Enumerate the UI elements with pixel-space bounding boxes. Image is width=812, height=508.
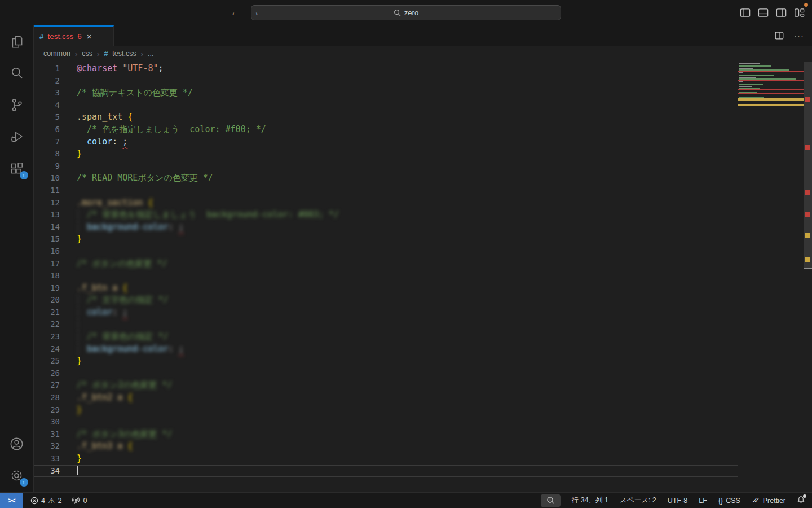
title-bar: ← → zero — [0, 0, 812, 25]
code-token — [117, 63, 122, 73]
nav-forward-icon[interactable]: → — [249, 6, 260, 19]
code-line-8[interactable]: 8} — [34, 148, 738, 160]
code-line-12[interactable]: 12.more_section { — [34, 197, 738, 209]
indent-guide — [78, 209, 78, 221]
problems-indicator[interactable]: 4 ⚠ 2 — [30, 496, 61, 505]
code-editor[interactable]: 1@charset "UTF-8";23/* 協調テキストの色変更 */45.s… — [34, 62, 812, 492]
code-line-4[interactable]: 4 — [34, 99, 738, 112]
explorer-icon[interactable] — [8, 33, 26, 51]
code-line-9[interactable]: 9 — [34, 160, 738, 173]
code-token: background-color — [87, 344, 169, 354]
scrollbar-slider[interactable] — [804, 62, 812, 269]
more-actions-icon[interactable]: ··· — [794, 31, 804, 41]
indentation[interactable]: スペース: 2 — [620, 496, 656, 505]
line-content — [77, 185, 738, 197]
code-line-13[interactable]: 13 /* 背景色を指定しましょう background-color: #003… — [34, 209, 738, 221]
tab-title: test.css — [48, 32, 74, 41]
notifications-bell[interactable] — [797, 496, 805, 506]
scrollbar[interactable] — [804, 62, 812, 492]
code-line-31[interactable]: 31/* ボタン3の色変更 */ — [34, 428, 738, 441]
code-line-3[interactable]: 3/* 協調テキストの色変更 */ — [34, 87, 738, 99]
line-number: 23 — [34, 331, 60, 343]
source-control-icon[interactable] — [8, 96, 26, 114]
code-line-33[interactable]: 33} — [34, 453, 738, 465]
toggle-primary-sidebar-icon[interactable] — [739, 7, 751, 19]
code-line-20[interactable]: 20 /* 文字色の指定 */ — [34, 294, 738, 306]
code-line-21[interactable]: 21 color: ; — [34, 306, 738, 319]
code-line-5[interactable]: 5.span_txt { — [34, 111, 738, 124]
code-line-6[interactable]: 6 /* 色を指定しましょう color: #f00; */ — [34, 124, 738, 136]
code-line-10[interactable]: 10/* READ MOREボタンの色変更 */ — [34, 172, 738, 185]
code-token: /* READ MOREボタンの色変更 */ — [77, 173, 213, 183]
code-line-24[interactable]: 24 background-color: ; — [34, 343, 738, 356]
line-content — [77, 367, 738, 380]
code-token — [122, 112, 127, 122]
breadcrumb: common › css › # test.css › ... — [34, 46, 812, 62]
code-line-2[interactable]: 2 — [34, 75, 738, 87]
error-squiggle-token: ; — [122, 307, 127, 317]
encoding[interactable]: UTF-8 — [668, 497, 687, 505]
code-line-11[interactable]: 11 — [34, 185, 738, 197]
line-content: background-color: ; — [77, 343, 738, 356]
code-line-1[interactable]: 1@charset "UTF-8"; — [34, 63, 738, 75]
line-content: .f_btn3 a { — [77, 440, 738, 453]
tab-strip: # test.css 6 × ··· — [34, 25, 812, 46]
formatter-indicator[interactable]: ✓✓ Prettier — [752, 496, 785, 505]
breadcrumb-item[interactable]: ... — [148, 50, 153, 58]
cursor-position[interactable]: 行 34、列 1 — [572, 496, 608, 505]
remote-indicator[interactable]: >< — [0, 493, 23, 508]
toggle-secondary-sidebar-icon[interactable] — [775, 7, 787, 19]
line-number: 12 — [34, 197, 60, 209]
tab-test-css[interactable]: # test.css 6 × — [34, 25, 114, 46]
code-line-18[interactable]: 18 — [34, 270, 738, 282]
split-editor-icon[interactable] — [774, 30, 784, 41]
run-debug-icon[interactable] — [8, 128, 26, 146]
customize-layout-icon[interactable] — [793, 7, 805, 19]
code-line-34[interactable]: 34 — [34, 465, 738, 478]
code-token — [174, 344, 179, 354]
code-line-19[interactable]: 19.f_btn a { — [34, 282, 738, 295]
account-icon[interactable] — [8, 435, 26, 453]
minimap[interactable] — [738, 63, 804, 108]
code-line-26[interactable]: 26 — [34, 367, 738, 380]
code-line-14[interactable]: 14 background-color: ; — [34, 221, 738, 234]
code-line-17[interactable]: 17/* ボタンの色変更 */ — [34, 258, 738, 270]
code-line-22[interactable]: 22 — [34, 318, 738, 331]
code-line-7[interactable]: 7 color: ; — [34, 136, 738, 148]
code-token: /* ボタンの色変更 */ — [77, 259, 167, 269]
code-line-32[interactable]: 32.f_btn3 a { — [34, 440, 738, 453]
eol-sequence[interactable]: LF — [699, 497, 707, 505]
code-line-30[interactable]: 30 — [34, 416, 738, 428]
breadcrumb-item[interactable]: test.css — [112, 50, 136, 58]
code-line-23[interactable]: 23 /* 背景色の指定 */ — [34, 331, 738, 343]
line-content: } — [77, 233, 738, 246]
code-line-28[interactable]: 28.f_btn2 a { — [34, 392, 738, 404]
code-line-25[interactable]: 25} — [34, 355, 738, 367]
ports-indicator[interactable]: 0 — [72, 497, 87, 505]
code-line-29[interactable]: 29} — [34, 404, 738, 417]
command-center-search[interactable]: zero — [251, 5, 561, 20]
indent-guide — [78, 318, 78, 331]
settings-gear-icon[interactable]: 1 — [8, 466, 26, 484]
zoom-button[interactable] — [541, 494, 561, 507]
ports-count: 0 — [83, 497, 87, 505]
breadcrumb-item[interactable]: css — [82, 50, 92, 58]
tab-close-icon[interactable]: × — [87, 32, 92, 41]
code-token: /* 背景色の指定 */ — [77, 331, 169, 341]
line-number: 13 — [34, 209, 60, 221]
search-sidebar-icon[interactable] — [8, 64, 26, 82]
nav-back-icon[interactable]: ← — [230, 6, 241, 19]
code-line-27[interactable]: 27/* ボタン2の色変更 */ — [34, 379, 738, 392]
line-content: } — [77, 453, 738, 465]
breadcrumb-item[interactable]: common — [43, 50, 70, 58]
code-line-15[interactable]: 15} — [34, 233, 738, 246]
line-content: .f_btn a { — [77, 282, 738, 295]
code-token: .span_txt — [77, 112, 122, 122]
language-mode[interactable]: {} CSS — [718, 497, 740, 505]
code-line-16[interactable]: 16 — [34, 246, 738, 258]
line-number: 1 — [34, 63, 60, 75]
toggle-panel-icon[interactable] — [757, 7, 769, 19]
tab-problems-count: 6 — [77, 32, 82, 41]
extensions-icon[interactable]: 1 — [8, 159, 26, 177]
error-squiggle-token: ; — [122, 137, 127, 147]
